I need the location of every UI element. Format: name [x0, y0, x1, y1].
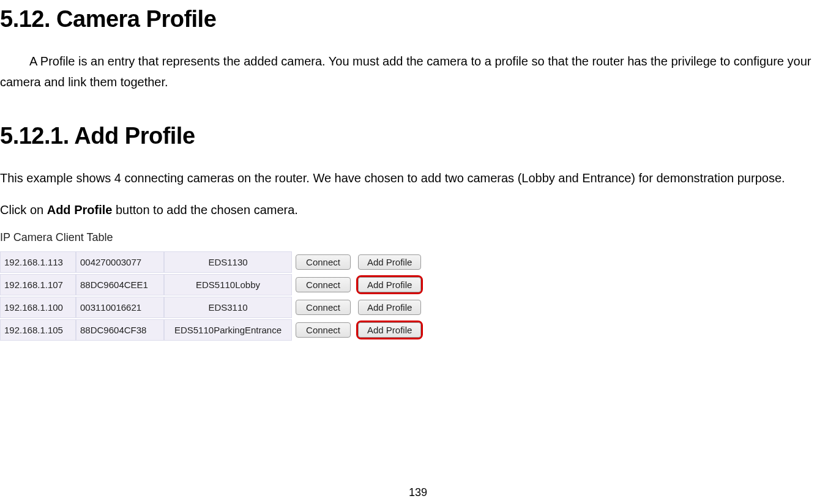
ip-cell: 192.168.1.105	[0, 319, 76, 341]
intro-paragraph: A Profile is an entry that represents th…	[0, 51, 830, 92]
table-row: 192.168.1.10588DC9604CF38EDS5110ParkingE…	[0, 319, 425, 341]
camera-table: 192.168.1.113004270003077EDS1130ConnectA…	[0, 250, 425, 342]
click-bold: Add Profile	[47, 203, 113, 217]
connect-cell: Connect	[292, 319, 354, 341]
ip-cell: 192.168.1.100	[0, 297, 76, 318]
add-profile-cell: Add Profile	[354, 251, 425, 273]
mac-cell: 003110016621	[76, 297, 164, 318]
page-number: 139	[0, 486, 836, 499]
table-row: 192.168.1.10788DC9604CEE1EDS5110LobbyCon…	[0, 274, 425, 295]
connect-cell: Connect	[292, 251, 354, 273]
add-profile-button[interactable]: Add Profile	[358, 300, 421, 315]
table-row: 192.168.1.113004270003077EDS1130ConnectA…	[0, 251, 425, 273]
connect-button[interactable]: Connect	[296, 322, 351, 338]
add-profile-cell: Add Profile	[354, 319, 425, 341]
camera-name-cell: EDS1130	[164, 251, 292, 273]
mac-cell: 88DC9604CEE1	[76, 274, 164, 295]
add-profile-button[interactable]: Add Profile	[358, 277, 421, 292]
connect-cell: Connect	[292, 297, 354, 318]
example-paragraph: This example shows 4 connecting cameras …	[0, 168, 830, 188]
camera-name-cell: EDS5110ParkingEntrance	[164, 319, 292, 341]
add-profile-button[interactable]: Add Profile	[358, 322, 421, 338]
mac-cell: 004270003077	[76, 251, 164, 273]
add-profile-cell: Add Profile	[354, 297, 425, 318]
button-wrap: Add Profile	[356, 298, 423, 317]
add-profile-cell: Add Profile	[354, 274, 425, 295]
connect-button[interactable]: Connect	[296, 254, 351, 270]
click-pre: Click on	[0, 203, 47, 217]
section-heading: 5.12. Camera Profile	[0, 6, 830, 32]
button-wrap: Add Profile	[356, 253, 423, 272]
table-row: 192.168.1.100003110016621EDS3110ConnectA…	[0, 297, 425, 318]
connect-button[interactable]: Connect	[296, 277, 351, 292]
connect-button[interactable]: Connect	[296, 300, 351, 315]
ip-cell: 192.168.1.113	[0, 251, 76, 273]
table-title: IP Camera Client Table	[0, 231, 830, 244]
highlight-ring: Add Profile	[356, 321, 423, 339]
click-post: button to add the chosen camera.	[112, 203, 298, 217]
mac-cell: 88DC9604CF38	[76, 319, 164, 341]
highlight-ring: Add Profile	[356, 275, 423, 294]
connect-cell: Connect	[292, 274, 354, 295]
camera-name-cell: EDS5110Lobby	[164, 274, 292, 295]
add-profile-button[interactable]: Add Profile	[358, 254, 421, 270]
camera-name-cell: EDS3110	[164, 297, 292, 318]
click-instruction: Click on Add Profile button to add the c…	[0, 199, 830, 220]
ip-cell: 192.168.1.107	[0, 274, 76, 295]
subsection-heading: 5.12.1. Add Profile	[0, 123, 830, 149]
